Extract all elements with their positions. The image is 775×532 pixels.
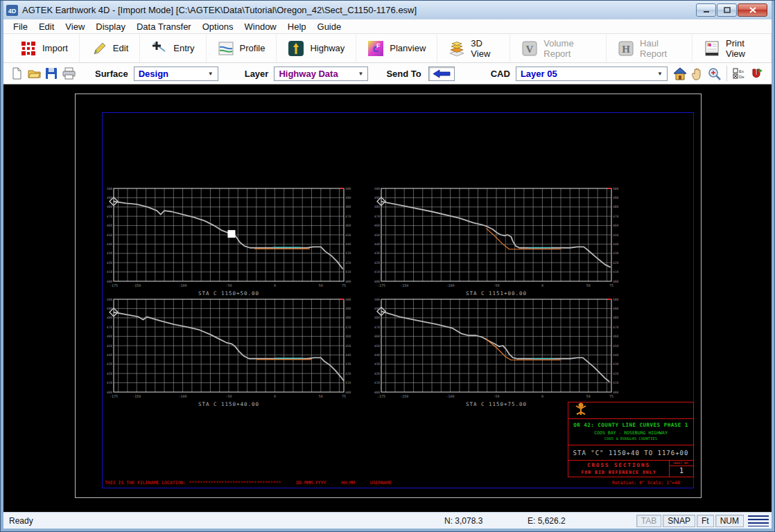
cross-section-bottom-right[interactable]: 4004004104104204204304304404404504504604… <box>372 296 621 410</box>
print-view-button[interactable]: Print View <box>693 34 772 62</box>
import-button[interactable]: Import <box>9 34 80 62</box>
tab-toggle[interactable]: TAB <box>636 515 661 527</box>
volume-report-button: V Volume Report <box>510 34 607 62</box>
svg-text:460: 460 <box>613 224 619 227</box>
chevron-down-icon: ▼ <box>208 71 214 77</box>
svg-text:420: 420 <box>613 261 619 265</box>
cad-canvas[interactable]: 4004004104104204204304304404404504504604… <box>3 85 772 512</box>
surface-combobox[interactable]: Design ▼ <box>134 66 218 81</box>
svg-text:440: 440 <box>613 353 619 357</box>
svg-text:450: 450 <box>613 233 619 237</box>
edit-button[interactable]: Edit <box>80 34 140 62</box>
planview-button[interactable]: CF Planview <box>356 34 437 62</box>
svg-text:480: 480 <box>613 205 619 209</box>
minimize-button[interactable] <box>696 3 716 17</box>
svg-text:490: 490 <box>345 307 351 310</box>
menu-file[interactable]: File <box>8 20 33 33</box>
layer-combobox[interactable]: Highway Data ▼ <box>274 66 368 81</box>
svg-text:500: 500 <box>613 187 619 190</box>
svg-text:470: 470 <box>345 326 351 329</box>
svg-text:420: 420 <box>345 372 351 375</box>
svg-text:460: 460 <box>345 224 351 227</box>
svg-text:460: 460 <box>613 335 619 338</box>
menu-options[interactable]: Options <box>197 20 239 33</box>
main-toolbar: Import Edit Entry Profile Highway CF Pla… <box>3 34 772 63</box>
print-icon[interactable] <box>62 67 76 80</box>
restore-button[interactable] <box>717 3 737 17</box>
entry-label: Entry <box>173 43 194 53</box>
cross-section-bottom-left[interactable]: 4004004104104204204304304404404504504604… <box>104 296 354 410</box>
svg-text:460: 460 <box>374 224 381 227</box>
status-bar: Ready N: 3,078.3 E: 5,626.2 TAB SNAP Ft … <box>3 512 772 529</box>
highway-merge-icon <box>288 40 304 57</box>
svg-text:480: 480 <box>107 316 113 319</box>
menu-guide[interactable]: Guide <box>312 20 347 33</box>
titlebar: 4D AGTEK Earthwork 4D - [Import Mode] [C… <box>3 1 772 19</box>
svg-text:420: 420 <box>107 261 113 265</box>
svg-text:420: 420 <box>374 261 381 265</box>
menu-data-transfer[interactable]: Data Transfer <box>131 20 197 33</box>
save-icon[interactable] <box>45 67 58 80</box>
svg-text:500: 500 <box>345 187 351 190</box>
haul-report-label: Haul Report <box>640 38 681 59</box>
svg-text:450: 450 <box>345 344 351 348</box>
cross-section-top-right[interactable]: 4004004104104204204304304404404504504604… <box>372 186 621 299</box>
svg-text:410: 410 <box>613 381 619 384</box>
surface-label: Surface <box>95 69 128 79</box>
svg-text:400: 400 <box>613 280 619 283</box>
svg-text:450: 450 <box>107 233 113 237</box>
sheet-no-value: 1 <box>670 466 693 475</box>
left-arrow-icon <box>433 69 451 78</box>
layer-label: Layer <box>245 69 269 79</box>
menu-window[interactable]: Window <box>239 20 282 33</box>
haul-report-h-icon: H <box>618 40 634 57</box>
3d-view-button[interactable]: 3D View <box>437 34 510 62</box>
snap-toggle[interactable]: SNAP <box>663 515 695 527</box>
secondary-toolbar: Surface Design ▼ Layer Highway Data ▼ Se… <box>3 63 772 85</box>
svg-text:430: 430 <box>374 362 381 366</box>
menu-view[interactable]: View <box>60 20 90 33</box>
open-folder-icon[interactable] <box>28 67 41 80</box>
entry-button[interactable]: Entry <box>140 34 206 62</box>
svg-text:470: 470 <box>345 215 351 218</box>
plot-notes: THIS IS THE FILENAME LOCATION: *********… <box>105 480 404 486</box>
svg-text:F: F <box>376 42 381 49</box>
svg-text:420: 420 <box>374 372 381 375</box>
svg-text:0: 0 <box>541 394 543 398</box>
sheet-type-note: FOR BID REFERENCE ONLY <box>568 470 669 475</box>
svg-text:-175: -175 <box>377 394 385 398</box>
units-toggle[interactable]: Ft <box>697 515 714 527</box>
print-view-label: Print View <box>726 38 760 59</box>
svg-text:440: 440 <box>107 353 113 357</box>
menu-display[interactable]: Display <box>90 20 131 33</box>
svg-text:500: 500 <box>613 298 619 301</box>
svg-text:410: 410 <box>374 381 381 384</box>
close-button[interactable] <box>738 3 767 17</box>
num-lock-indicator[interactable]: NUM <box>715 515 744 527</box>
menu-edit[interactable]: Edit <box>33 20 60 33</box>
svg-text:480: 480 <box>107 205 113 209</box>
date-note: DD-MMM-YYYY <box>296 480 326 486</box>
cross-section-top-left[interactable]: 4004004104104204204304304404404504504604… <box>104 186 354 299</box>
svg-text:440: 440 <box>345 353 351 357</box>
zoom-icon[interactable] <box>708 67 721 80</box>
profile-graph-icon <box>218 40 234 57</box>
highway-button[interactable]: Highway <box>277 34 356 62</box>
planview-label: Planview <box>390 43 426 53</box>
home-view-icon[interactable] <box>673 67 686 80</box>
snap-magnet-icon[interactable] <box>750 67 763 80</box>
svg-text:440: 440 <box>345 242 351 246</box>
svg-text:400: 400 <box>107 280 113 283</box>
extents-exde-icon[interactable]: ExDe <box>733 67 746 80</box>
svg-text:STA C 1150+40.00: STA C 1150+40.00 <box>198 401 259 407</box>
svg-text:430: 430 <box>374 251 381 255</box>
svg-text:Ex: Ex <box>739 69 744 73</box>
menu-help[interactable]: Help <box>282 20 312 33</box>
pan-hand-icon[interactable] <box>690 67 704 80</box>
cad-layer-combobox[interactable]: Layer 05 ▼ <box>516 66 668 81</box>
cad-layer-value: Layer 05 <box>521 69 557 79</box>
new-file-icon[interactable] <box>10 67 24 80</box>
profile-button[interactable]: Profile <box>207 34 277 62</box>
svg-text:75: 75 <box>342 394 346 398</box>
send-to-button[interactable] <box>428 66 455 81</box>
